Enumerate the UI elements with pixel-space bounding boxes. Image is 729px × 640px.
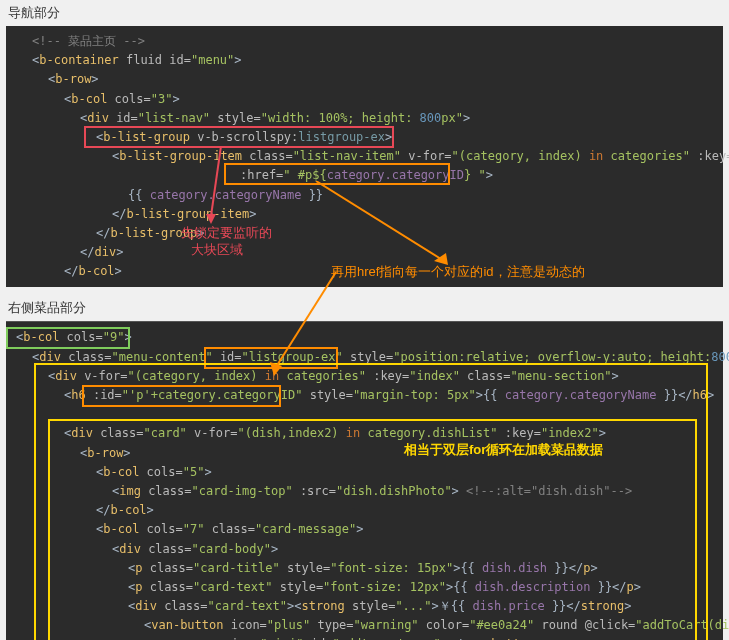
code-line: </div> (16, 243, 713, 262)
code-line: <b-container fluid id="menu"> (16, 51, 713, 70)
code-line: </b-list-group-item> (16, 205, 713, 224)
code-line: <b-col cols="7" class="card-message"> (16, 520, 713, 539)
code-line: <div class="menu-content" id="listgroup-… (16, 348, 713, 367)
code-line (16, 405, 713, 424)
code-line: <div class="card-body"> (16, 540, 713, 559)
code-editor-nav-section[interactable]: <!-- 菜品主页 --> <b-container fluid id="men… (6, 26, 723, 287)
code-editor-menu-section[interactable]: <b-col cols="9"> <div class="menu-conten… (6, 321, 723, 640)
code-line: <b-list-group-item class="list-nav-item"… (16, 147, 713, 166)
code-line: <div id="list-nav" style="width: 100%; h… (16, 109, 713, 128)
code-line: <div v-for="(category, index) in categor… (16, 367, 713, 386)
code-line: <img class="card-img-top" :src="dish.dis… (16, 482, 713, 501)
code-line: <b-row> (16, 70, 713, 89)
code-line: {{ category.categoryName }} (16, 186, 713, 205)
code-line: <b-row> (16, 444, 713, 463)
code-line: <van-button icon="plus" type="warning" c… (16, 616, 713, 635)
section-heading-2: 右侧菜品部分 (0, 295, 729, 321)
code-line: <b-col cols="5"> (16, 463, 713, 482)
code-line: <p class="card-text" style="font-size: 1… (16, 578, 713, 597)
code-line: size="mini" id="addtocartmenu"></van-but… (16, 635, 713, 640)
code-line: <!-- 菜品主页 --> (16, 32, 713, 51)
section-heading-1: 导航部分 (0, 0, 729, 26)
code-line: </b-col> (16, 501, 713, 520)
code-line: <h6 :id="'p'+category.categoryID" style=… (16, 386, 713, 405)
code-line: </b-col> (16, 262, 713, 281)
code-line: <b-list-group v-b-scrollspy:listgroup-ex… (16, 128, 713, 147)
code-line: </b-list-group> (16, 224, 713, 243)
code-line: :href=" #p${category.categoryID} "> (16, 166, 713, 185)
code-line: <b-col cols="9"> (16, 328, 713, 347)
code-line: <p class="card-title" style="font-size: … (16, 559, 713, 578)
code-line: <div class="card" v-for="(dish,index2) i… (16, 424, 713, 443)
code-line: <b-col cols="3"> (16, 90, 713, 109)
code-line: <div class="card-text"><strong style="..… (16, 597, 713, 616)
